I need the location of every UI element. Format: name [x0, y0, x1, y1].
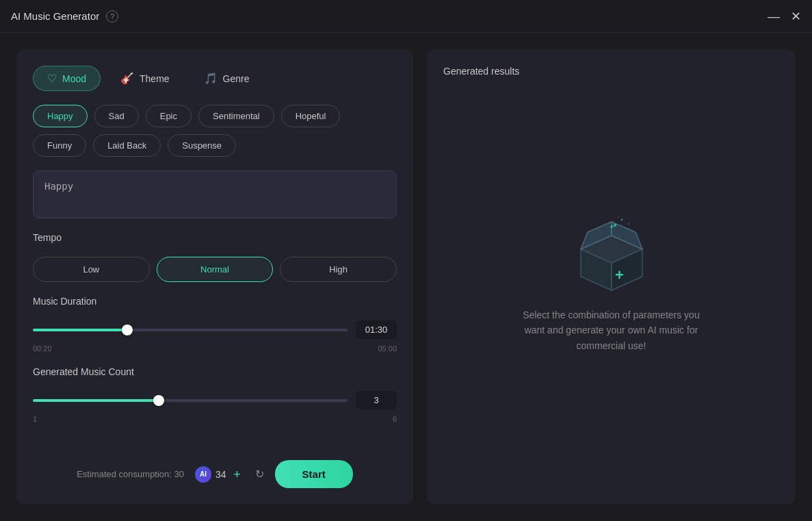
window-controls: — ✕: [768, 10, 801, 23]
svg-text:✦: ✦: [610, 224, 614, 230]
tab-bar: ♡ Mood 🎸 Theme 🎵 Genre: [33, 66, 397, 91]
minimize-button[interactable]: —: [768, 10, 780, 23]
tempo-high[interactable]: High: [280, 257, 397, 282]
main-layout: ♡ Mood 🎸 Theme 🎵 Genre Happy Sad Epic Se…: [0, 33, 812, 521]
count-label: Generated Music Count: [33, 366, 397, 377]
mood-grid: Happy Sad Epic Sentimental Hopeful Funny…: [33, 105, 397, 157]
close-button[interactable]: ✕: [791, 10, 801, 23]
count-section: Generated Music Count 3 1 6: [33, 366, 397, 423]
mood-tab-label: Mood: [62, 73, 86, 84]
results-title: Generated results: [443, 66, 779, 77]
duration-thumb[interactable]: [122, 325, 133, 335]
mood-btn-sentimental[interactable]: Sentimental: [198, 105, 274, 127]
app-title: AI Music Generator: [11, 10, 99, 22]
duration-max: 05:00: [378, 344, 397, 353]
duration-range: 00:20 05:00: [33, 344, 397, 353]
count-value: 3: [356, 391, 397, 409]
duration-value: 01:30: [356, 320, 397, 339]
tab-genre[interactable]: 🎵 Genre: [189, 66, 264, 91]
tempo-low[interactable]: Low: [33, 257, 150, 282]
svg-text:+: +: [615, 266, 624, 283]
tempo-buttons: Low Normal High: [33, 257, 397, 282]
duration-label: Music Duration: [33, 296, 397, 307]
svg-point-8: [618, 216, 619, 218]
mood-btn-funny[interactable]: Funny: [33, 134, 86, 157]
count-max: 6: [393, 415, 397, 423]
theme-tab-label: Theme: [140, 73, 170, 84]
count-track[interactable]: [33, 399, 348, 402]
duration-section: Music Duration 01:30 00:20 05:00: [33, 296, 397, 353]
start-button[interactable]: Start: [275, 460, 353, 488]
results-empty: ✦ + Select the combination of parameters…: [443, 77, 779, 488]
bottom-area: Estimated consumption: 30 AI 34 + ↻ Star…: [33, 460, 397, 488]
mood-btn-epic[interactable]: Epic: [146, 105, 192, 127]
duration-fill: [33, 329, 127, 331]
svg-point-7: [628, 223, 629, 225]
mood-btn-suspense[interactable]: Suspense: [168, 134, 236, 157]
duration-slider-row: 01:30: [33, 320, 397, 339]
add-credits-button[interactable]: +: [231, 468, 244, 481]
results-desc: Select the combination of parameters you…: [516, 307, 707, 353]
tempo-section: Tempo Low Normal High: [33, 232, 397, 282]
genre-tab-icon: 🎵: [204, 72, 218, 85]
tempo-label: Tempo: [33, 232, 397, 243]
theme-tab-icon: 🎸: [120, 72, 134, 85]
right-panel: Generated results ✦: [427, 49, 796, 505]
count-fill: [33, 399, 159, 402]
empty-box-illustration: ✦ +: [567, 212, 656, 294]
svg-point-6: [620, 218, 623, 220]
count-slider-row: 3: [33, 391, 397, 409]
title-bar: AI Music Generator ? — ✕: [0, 0, 812, 33]
ai-credits-icon: AI: [195, 466, 211, 483]
mood-btn-happy[interactable]: Happy: [33, 105, 88, 127]
count-range: 1 6: [33, 415, 397, 423]
duration-min: 00:20: [33, 344, 52, 353]
count-thumb[interactable]: [153, 395, 164, 406]
title-bar-left: AI Music Generator ?: [11, 10, 118, 23]
count-min: 1: [33, 415, 37, 423]
credits-count: 34: [215, 469, 226, 480]
consumption-text: Estimated consumption: 30: [77, 469, 184, 479]
mood-btn-hopeful[interactable]: Hopeful: [281, 105, 341, 127]
refresh-button[interactable]: ↻: [255, 468, 264, 481]
tab-mood[interactable]: ♡ Mood: [33, 66, 101, 91]
left-panel: ♡ Mood 🎸 Theme 🎵 Genre Happy Sad Epic Se…: [16, 49, 413, 505]
duration-track[interactable]: [33, 329, 348, 331]
tempo-normal[interactable]: Normal: [157, 257, 274, 282]
mood-btn-laidback[interactable]: Laid Back: [93, 134, 161, 157]
mood-tab-icon: ♡: [47, 72, 57, 85]
tab-theme[interactable]: 🎸 Theme: [106, 66, 184, 91]
genre-tab-label: Genre: [223, 73, 250, 84]
mood-text-input[interactable]: Happy: [33, 170, 397, 218]
credits-badge: AI 34 +: [195, 466, 244, 483]
mood-btn-sad[interactable]: Sad: [94, 105, 139, 127]
help-button[interactable]: ?: [106, 10, 118, 23]
